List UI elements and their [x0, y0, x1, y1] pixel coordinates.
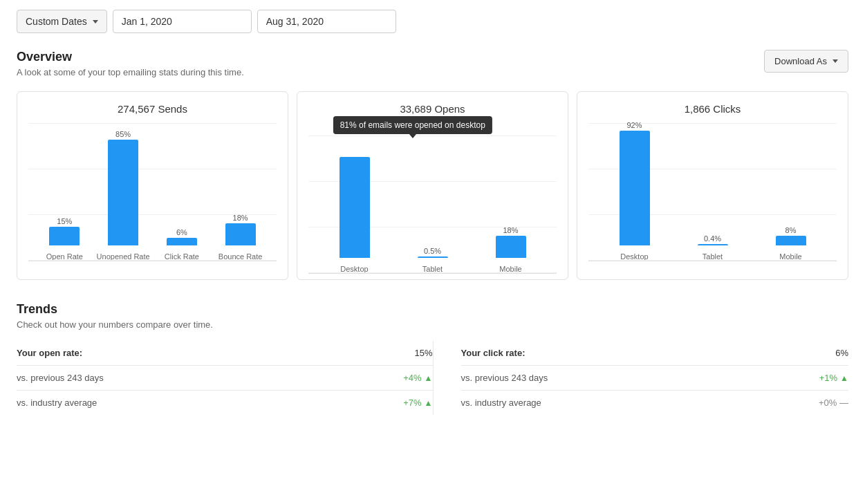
bar-group-click-rate: 6% Click Rate: [153, 121, 212, 261]
custom-dates-button[interactable]: Custom Dates: [17, 10, 107, 33]
open-vs-prev-label: vs. previous 243 days: [17, 373, 104, 383]
trends-title: Trends: [17, 302, 848, 317]
opens-bar-chart: Desktop 0.5% Tablet 18% Mobile: [308, 136, 557, 274]
bar-mobile-opens: [496, 236, 526, 258]
bar-wrapper: 15%: [49, 121, 80, 245]
trend-row-open-rate: Your open rate: 15%: [17, 341, 433, 366]
bar-wrapper: 92%: [620, 121, 650, 245]
opens-chart-card: 33,689 Opens 81% of emails were opened o…: [297, 91, 568, 280]
download-label: Download As: [774, 56, 827, 66]
clicks-chart-card: 1,866 Clicks 92% Desktop 0.4%: [577, 91, 848, 280]
bar-wrapper: 0.5%: [418, 133, 448, 258]
bar-tablet-clicks: [698, 244, 728, 245]
bar-label-mobile-opens: Mobile: [499, 265, 521, 273]
bar-open-rate: [49, 227, 80, 245]
bar-value: 85%: [115, 130, 131, 138]
click-vs-industry-value: +0% —: [819, 398, 848, 408]
trend-row-open-vs-industry: vs. industry average +7% ▲: [17, 391, 433, 415]
bar-label-desktop-clicks: Desktop: [620, 252, 648, 261]
open-rate-value: 15%: [414, 348, 432, 358]
clicks-chart-title: 1,866 Clicks: [588, 103, 837, 115]
bar-group-tablet-opens: 0.5% Tablet: [393, 133, 472, 273]
top-bar: Custom Dates: [17, 10, 848, 33]
bar-unopened-rate: [108, 140, 138, 245]
chevron-down-icon: [833, 59, 838, 63]
bar-wrapper: 18%: [225, 121, 256, 245]
trend-row-click-vs-industry: vs. industry average +0% —: [461, 391, 849, 415]
up-arrow-icon: ▲: [840, 373, 848, 383]
charts-row: 274,567 Sends 15% Open Rate 85%: [17, 91, 848, 280]
bar-value: 92%: [626, 121, 642, 129]
bar-click-rate: [167, 238, 197, 245]
bar-label-bounce-rate: Bounce Rate: [218, 252, 263, 261]
click-vs-prev-value: +1% ▲: [819, 373, 848, 383]
bar-group-tablet-clicks: 0.4% Tablet: [673, 121, 752, 261]
up-arrow-icon: ▲: [425, 373, 433, 383]
bar-label-tablet-opens: Tablet: [422, 265, 443, 273]
bar-group-unopened-rate: 85% Unopened Rate: [94, 121, 153, 261]
open-rate-label: Your open rate:: [17, 348, 82, 358]
opens-tooltip: 81% of emails were opened on desktop: [333, 116, 492, 134]
bar-wrapper: 8%: [776, 121, 806, 245]
trends-grid: Your open rate: 15% vs. previous 243 day…: [17, 341, 848, 415]
bar-group-bounce-rate: 18% Bounce Rate: [211, 121, 270, 261]
click-vs-industry-label: vs. industry average: [461, 398, 541, 408]
bar-wrapper: 85%: [108, 121, 138, 245]
open-vs-prev-value: +4% ▲: [403, 373, 432, 383]
bar-value: 15%: [57, 217, 72, 225]
sends-bar-chart: 15% Open Rate 85% Unopened Rate 6% C: [28, 123, 277, 261]
bar-value: 6%: [176, 228, 187, 236]
end-date-input[interactable]: [257, 10, 396, 33]
opens-chart-title: 33,689 Opens: [308, 103, 557, 115]
bar-label-open-rate: Open Rate: [46, 252, 83, 261]
bar-tablet-opens: [418, 256, 448, 258]
bar-desktop-clicks: [620, 131, 650, 245]
trend-row-open-vs-prev: vs. previous 243 days +4% ▲: [17, 366, 433, 391]
click-vs-prev-number: +1%: [819, 373, 837, 383]
trends-left-col: Your open rate: 15% vs. previous 243 day…: [17, 341, 433, 415]
bar-desktop-opens: [340, 157, 370, 258]
bar-group-mobile-opens: 18% Mobile: [472, 133, 550, 273]
chevron-down-icon: [93, 20, 98, 24]
download-button[interactable]: Download As: [764, 50, 848, 73]
bar-label-mobile-clicks: Mobile: [779, 252, 801, 261]
bar-value: 0.5%: [424, 247, 441, 255]
bar-value: 18%: [503, 226, 518, 234]
sends-chart-title: 274,567 Sends: [28, 103, 277, 115]
click-vs-prev-label: vs. previous 243 days: [461, 373, 548, 383]
overview-subtitle: A look at some of your top emailing stat…: [17, 67, 244, 77]
bar-wrapper: [340, 133, 370, 258]
sends-chart-card: 274,567 Sends 15% Open Rate 85%: [17, 91, 288, 280]
clicks-bar-chart: 92% Desktop 0.4% Tablet 8% Mobile: [588, 123, 837, 261]
bar-group-mobile-clicks: 8% Mobile: [752, 121, 830, 261]
bar-label-tablet-clicks: Tablet: [703, 252, 723, 261]
trends-section: Trends Check out how your numbers compar…: [17, 302, 848, 415]
bar-label-click-rate: Click Rate: [165, 252, 199, 261]
bar-value: 8%: [785, 226, 797, 234]
up-arrow-icon: ▲: [425, 398, 433, 408]
bar-value: 0.4%: [704, 234, 721, 243]
start-date-input[interactable]: [113, 10, 252, 33]
trends-subtitle: Check out how your numbers compare over …: [17, 319, 848, 330]
bar-mobile-clicks: [776, 236, 806, 245]
click-vs-industry-number: +0% —: [819, 398, 848, 408]
bar-group-open-rate: 15% Open Rate: [35, 121, 94, 261]
open-vs-industry-number: +7%: [403, 398, 421, 408]
open-vs-industry-value: +7% ▲: [403, 398, 432, 408]
bar-label-unopened-rate: Unopened Rate: [97, 252, 150, 261]
bar-wrapper: 18%: [496, 133, 526, 258]
click-rate-value: 6%: [835, 348, 848, 358]
open-vs-industry-label: vs. industry average: [17, 398, 97, 408]
overview-title: Overview: [17, 50, 244, 64]
open-vs-prev-number: +4%: [403, 373, 421, 383]
trend-row-click-rate: Your click rate: 6%: [461, 341, 849, 366]
click-rate-label: Your click rate:: [461, 348, 525, 358]
custom-dates-label: Custom Dates: [26, 16, 87, 27]
trends-right-col: Your click rate: 6% vs. previous 243 day…: [433, 341, 849, 415]
bar-bounce-rate: [225, 223, 256, 245]
bar-group-desktop-opens: Desktop: [315, 133, 393, 273]
bar-wrapper: 6%: [167, 121, 197, 245]
trend-row-click-vs-prev: vs. previous 243 days +1% ▲: [461, 366, 849, 391]
bar-value: 18%: [233, 214, 248, 222]
bar-wrapper: 0.4%: [698, 121, 728, 245]
